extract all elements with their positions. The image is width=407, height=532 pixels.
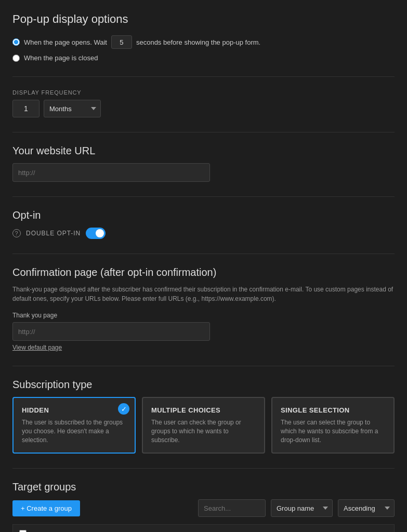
hidden-check-badge: ✓ xyxy=(118,403,129,415)
website-url-heading: Your website URL xyxy=(12,145,395,157)
single-card-desc: The user can select the group to which h… xyxy=(281,418,385,444)
groups-table: Group name Label Creation date Contacts … xyxy=(12,524,395,532)
divider-6 xyxy=(12,468,395,469)
subscription-type-grid: ✓ HIDDEN The user is subscribed to the g… xyxy=(12,397,395,454)
multiple-card-desc: The user can check the group or groups t… xyxy=(151,418,256,444)
trigger-closed-radio[interactable] xyxy=(12,55,20,62)
wait-seconds-input[interactable] xyxy=(111,35,132,49)
target-groups-toolbar: + Create a group Group name Creation dat… xyxy=(12,499,395,517)
subscription-type-heading: Subscription type xyxy=(12,379,395,391)
table-header-checkbox xyxy=(13,525,33,532)
divider-5 xyxy=(12,366,395,366)
groups-search-input[interactable] xyxy=(198,499,266,517)
frequency-number-input[interactable] xyxy=(12,100,40,117)
trigger-closed-label: When the page is closed xyxy=(24,54,98,62)
display-freq-label: DISPLAY FREQUENCY xyxy=(12,89,395,96)
website-url-input[interactable] xyxy=(12,163,210,182)
frequency-unit-select[interactable]: Days Weeks Months Years xyxy=(44,100,101,117)
thankyou-field-label: Thank you page xyxy=(12,312,395,319)
sort-field-select[interactable]: Group name Creation date Contacts xyxy=(271,499,333,517)
seconds-suffix-label: seconds before showing the pop-up form. xyxy=(136,38,260,46)
double-optin-help-icon[interactable]: ? xyxy=(12,229,21,237)
trigger-open-label: When the page opens. Wait xyxy=(24,38,107,46)
multiple-card-title: MULTIPLE CHOICES xyxy=(151,406,256,414)
toggle-slider xyxy=(86,228,106,239)
single-card-title: SINGLE SELECTION xyxy=(281,406,385,414)
optin-heading: Opt-in xyxy=(12,209,395,221)
subscription-type-hidden[interactable]: ✓ HIDDEN The user is subscribed to the g… xyxy=(12,397,136,454)
trigger-open-radio[interactable] xyxy=(12,38,20,46)
hidden-card-desc: The user is subscribed to the groups you… xyxy=(22,418,126,444)
col-group-name: Group name xyxy=(33,525,130,532)
subscription-type-single[interactable]: SINGLE SELECTION The user can select the… xyxy=(271,397,395,454)
create-group-button[interactable]: + Create a group xyxy=(12,500,80,516)
col-contacts: Contacts xyxy=(316,525,395,532)
divider-3 xyxy=(12,196,395,197)
select-all-checkbox[interactable] xyxy=(19,530,27,532)
col-creation-date: Creation date xyxy=(188,525,316,532)
col-label: Label xyxy=(130,525,188,532)
page-title: Pop-up display options xyxy=(12,12,395,26)
thankyou-url-input[interactable] xyxy=(12,322,210,341)
divider-4 xyxy=(12,254,395,254)
divider-1 xyxy=(12,76,395,77)
target-groups-heading: Target groups xyxy=(12,481,395,493)
confirmation-heading: Confirmation page (after opt-in confirma… xyxy=(12,267,395,278)
sort-order-select[interactable]: Ascending Descending xyxy=(338,499,395,517)
double-optin-toggle[interactable] xyxy=(86,228,106,239)
double-optin-label: DOUBLE OPT-IN xyxy=(26,230,81,237)
hidden-card-title: HIDDEN xyxy=(22,406,126,414)
confirmation-desc: Thank-you page displayed after the subsc… xyxy=(12,285,395,303)
subscription-type-multiple[interactable]: MULTIPLE CHOICES The user can check the … xyxy=(142,397,265,454)
view-default-link[interactable]: View default page xyxy=(12,344,395,351)
divider-2 xyxy=(12,132,395,132)
